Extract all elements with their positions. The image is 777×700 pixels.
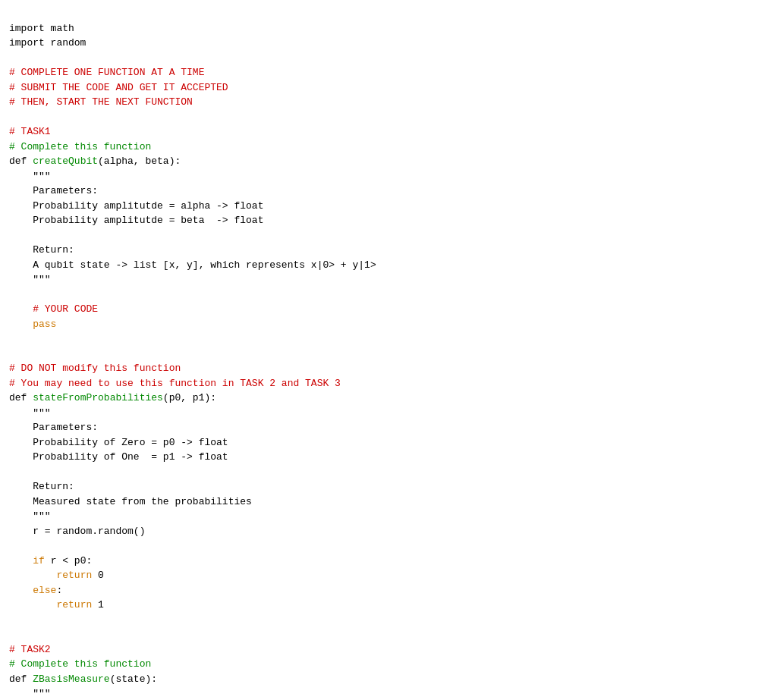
comment-task1: # TASK1: [9, 126, 51, 137]
kw-return-1: return: [56, 599, 92, 611]
kw-else: else: [33, 585, 56, 596]
kw-return-0: return: [56, 570, 92, 581]
code-editor: import math import random # COMPLETE ONE…: [9, 6, 768, 700]
fn-zbasismeasure: ZBasisMeasure: [33, 673, 109, 685]
comment-donot: # DO NOT modify this function # You may …: [9, 363, 341, 389]
fn-statefromprob: stateFromProbabilities: [33, 392, 163, 403]
import-math: import math import random: [9, 23, 86, 49]
comment-complete-func1: # Complete this function: [9, 141, 151, 152]
comment-your-code-1: # YOUR CODE: [33, 303, 98, 315]
def-createqubit: def: [9, 155, 33, 167]
comment-complete-one: # COMPLETE ONE FUNCTION AT A TIME # SUBM…: [9, 67, 228, 108]
return-one: 1: [92, 599, 104, 611]
createqubit-params: (alpha, beta): """ Parameters: Probabili…: [9, 155, 376, 315]
indent-pass: [9, 319, 33, 330]
kw-if: if: [33, 555, 45, 567]
def-statefromprob: def: [9, 392, 33, 403]
def-zbasismeasure: def: [9, 673, 33, 685]
comment-complete-func2: # Complete this function: [9, 658, 151, 670]
fn-createqubit: createQubit: [33, 155, 98, 167]
comment-task2: # TASK2: [9, 644, 51, 655]
kw-pass: pass: [33, 319, 56, 330]
statefromprob-params: (p0, p1): """ Parameters: Probability of…: [9, 392, 252, 567]
